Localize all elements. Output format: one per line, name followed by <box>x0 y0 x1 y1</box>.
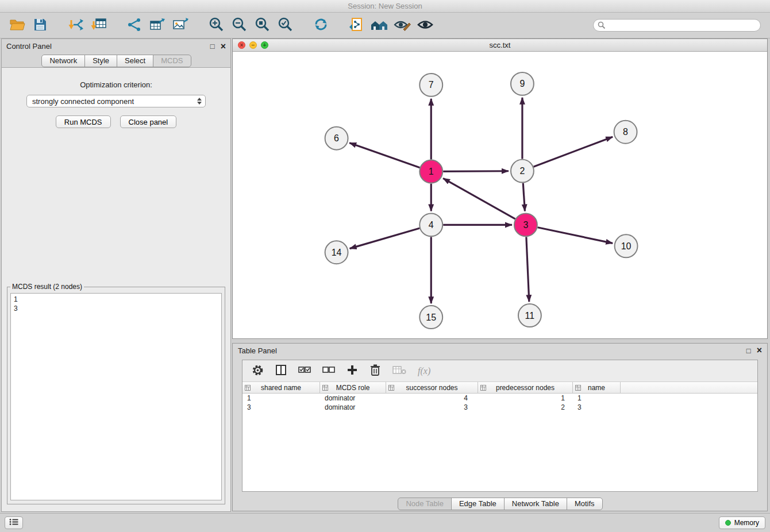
control-panel-header: Control Panel □ × <box>2 39 230 53</box>
delete-columns-button[interactable] <box>369 364 381 378</box>
graph-node-3[interactable]: 3 <box>514 213 537 236</box>
table-row[interactable]: 1dominator411 <box>242 394 757 403</box>
zoom-in-button[interactable] <box>205 14 228 36</box>
float-panel-icon[interactable]: □ <box>210 43 215 50</box>
minimize-window-button[interactable]: − <box>249 41 257 49</box>
graph-node-2[interactable]: 2 <box>511 160 534 183</box>
column-header-label: name <box>588 384 605 392</box>
export-network-button[interactable] <box>123 14 146 36</box>
column-header-mcds-role[interactable]: MCDS role <box>320 382 386 393</box>
column-header-successor-nodes[interactable]: successor nodes <box>386 382 478 393</box>
graph-edge-3-1[interactable] <box>443 178 515 219</box>
column-header-predecessor-nodes[interactable]: predecessor nodes <box>478 382 573 393</box>
show-graphics-details-button[interactable] <box>414 14 437 36</box>
graph-node-10[interactable]: 10 <box>615 234 638 257</box>
tab-motifs[interactable]: Motifs <box>567 498 603 510</box>
tab-node-table[interactable]: Node Table <box>398 498 452 510</box>
first-neighbors-button[interactable] <box>368 14 391 36</box>
zoom-fit-button[interactable] <box>251 14 274 36</box>
graph-edge-2-3[interactable] <box>523 183 525 211</box>
network-graph[interactable]: 7968124314101511 <box>233 52 767 338</box>
tab-edge-table[interactable]: Edge Table <box>451 498 505 510</box>
graph-node-6[interactable]: 6 <box>325 127 348 150</box>
memory-button[interactable]: Memory <box>719 516 765 529</box>
tab-style[interactable]: Style <box>84 55 117 67</box>
tab-network-table[interactable]: Network Table <box>504 498 567 510</box>
table-delete-icon <box>392 365 406 377</box>
zoom-out-button[interactable] <box>228 14 251 36</box>
table-cell: 1 <box>242 394 320 402</box>
mcds-result-item[interactable]: 3 <box>14 304 218 313</box>
control-panel-tabbar: NetworkStyleSelectMCDS <box>2 53 230 67</box>
show-columns-button[interactable] <box>275 364 287 377</box>
mcds-result-title: MCDS result (2 nodes) <box>10 283 84 291</box>
close-panel-icon[interactable]: × <box>221 42 226 51</box>
refresh-button[interactable] <box>309 14 332 36</box>
graph-edge-4-14[interactable] <box>350 228 420 248</box>
export-image-button[interactable] <box>169 14 192 36</box>
export-table-button[interactable] <box>146 14 169 36</box>
float-table-panel-icon[interactable]: □ <box>746 347 751 354</box>
svg-text:14: 14 <box>332 248 342 257</box>
graph-edge-1-2[interactable] <box>443 171 509 172</box>
delete-table-button <box>392 365 406 377</box>
zoom-selected-button[interactable] <box>274 14 297 36</box>
graph-node-11[interactable]: 11 <box>518 304 541 327</box>
graph-node-9[interactable]: 9 <box>511 72 534 95</box>
column-header-shared-name[interactable]: shared name <box>242 382 320 393</box>
chevron-updown-icon <box>197 95 202 107</box>
graph-node-15[interactable]: 15 <box>419 306 442 329</box>
open-session-button[interactable] <box>6 14 29 36</box>
column-grid-icon <box>322 384 328 392</box>
show-hide-graphics-button[interactable] <box>391 14 414 36</box>
column-header-label: shared name <box>261 384 301 392</box>
table-panel: Table Panel □ × f(x) shared nameMCDS rol <box>232 343 768 511</box>
table-settings-button[interactable] <box>252 364 264 378</box>
network-from-selection-button[interactable] <box>345 14 368 36</box>
table-row[interactable]: 3dominator323 <box>242 403 757 412</box>
control-panel-title: Control Panel <box>6 42 52 51</box>
plus-icon <box>346 364 358 377</box>
table-tabs: Node TableEdge TableNetwork TableMotifs <box>233 498 767 510</box>
search-input[interactable] <box>593 19 761 32</box>
import-table-button[interactable] <box>87 14 110 36</box>
graph-node-8[interactable]: 8 <box>614 121 637 144</box>
network-import-arrow-icon <box>68 17 84 34</box>
tab-mcds[interactable]: MCDS <box>153 55 191 67</box>
column-grid-icon <box>480 384 486 392</box>
mcds-result-item[interactable]: 1 <box>14 295 218 304</box>
table-toolbar: f(x) <box>242 360 757 382</box>
graph-node-4[interactable]: 4 <box>419 213 442 236</box>
graph-node-1[interactable]: 1 <box>419 160 442 183</box>
import-network-button[interactable] <box>64 14 87 36</box>
graph-edge-2-8[interactable] <box>534 137 613 167</box>
mcds-result-list: 13 <box>10 293 222 500</box>
column-header-name[interactable]: name <box>573 382 621 393</box>
criterion-select[interactable]: strongly connected component <box>26 95 206 107</box>
network-canvas[interactable]: 7968124314101511 <box>233 52 767 338</box>
table-header-row: shared nameMCDS rolesuccessor nodesprede… <box>242 382 757 394</box>
maximize-window-button[interactable]: + <box>261 41 268 49</box>
graph-edge-1-6[interactable] <box>349 143 419 168</box>
network-window: × − + scc.txt 7968124314101511 <box>232 38 768 339</box>
run-mcds-button[interactable]: Run MCDS <box>56 115 111 128</box>
graph-node-14[interactable]: 14 <box>325 241 348 264</box>
close-table-panel-icon[interactable]: × <box>757 346 762 355</box>
graph-node-7[interactable]: 7 <box>419 74 442 97</box>
graph-edge-3-10[interactable] <box>537 228 613 244</box>
unselect-all-columns-button[interactable] <box>322 365 335 376</box>
graph-edge-3-11[interactable] <box>526 237 529 302</box>
panel-menu-button[interactable] <box>5 516 23 529</box>
tab-network[interactable]: Network <box>41 55 85 67</box>
tab-select[interactable]: Select <box>117 55 153 67</box>
svg-text:11: 11 <box>525 311 535 321</box>
close-panel-button[interactable]: Close panel <box>120 115 177 128</box>
svg-text:1: 1 <box>429 167 434 176</box>
optimization-criterion-label: Optimization criterion: <box>2 80 230 89</box>
close-window-button[interactable]: × <box>238 41 245 49</box>
table-cell: 1 <box>478 394 573 402</box>
create-column-button[interactable] <box>346 364 358 377</box>
control-panel: Control Panel □ × NetworkStyleSelectMCDS… <box>1 38 231 512</box>
select-all-columns-button[interactable] <box>298 365 311 376</box>
save-session-button[interactable] <box>29 14 52 36</box>
